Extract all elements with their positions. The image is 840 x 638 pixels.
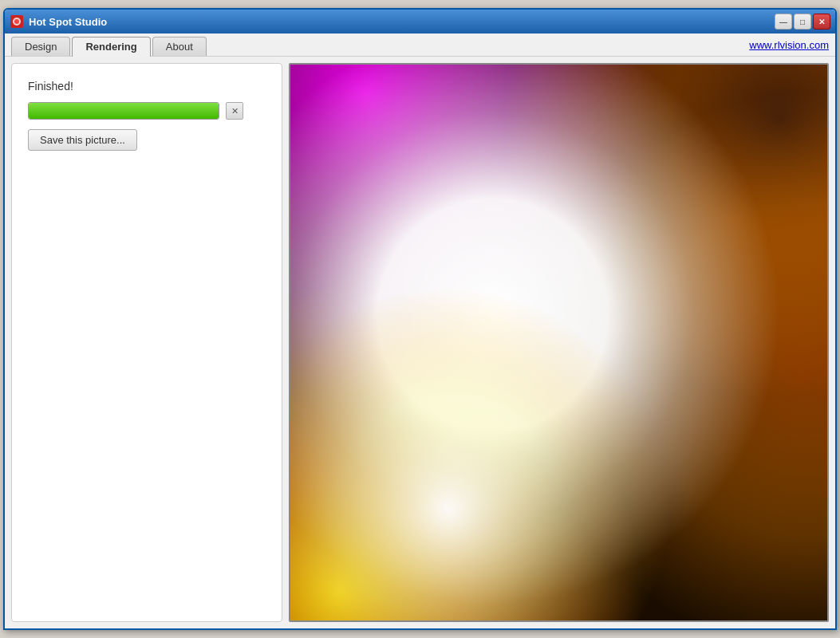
left-panel: Finished! ✕ Save this picture... xyxy=(11,63,282,622)
tab-design[interactable]: Design xyxy=(11,37,70,56)
title-buttons: — □ ✕ xyxy=(775,14,830,30)
cancel-button[interactable]: ✕ xyxy=(226,102,243,120)
progress-bar-container xyxy=(28,102,219,120)
hotspot-canvas xyxy=(290,65,827,620)
title-bar: Hot Spot Studio — □ ✕ xyxy=(5,10,835,33)
svg-rect-9 xyxy=(290,65,827,620)
tab-bar: Design Rendering About xyxy=(11,37,207,56)
save-picture-button[interactable]: Save this picture... xyxy=(28,129,137,151)
title-bar-left: Hot Spot Studio xyxy=(10,14,107,29)
content-area: Finished! ✕ Save this picture... xyxy=(5,57,835,628)
tab-about[interactable]: About xyxy=(152,37,207,56)
menu-bar: Design Rendering About www.rlvision.com xyxy=(5,33,835,57)
main-window: Hot Spot Studio — □ ✕ Design Rendering A… xyxy=(3,8,837,630)
svg-point-2 xyxy=(14,19,19,24)
progress-row: ✕ xyxy=(28,102,266,120)
close-button[interactable]: ✕ xyxy=(813,14,830,30)
website-link[interactable]: www.rlvision.com xyxy=(749,39,829,56)
maximize-button[interactable]: □ xyxy=(794,14,811,30)
render-preview xyxy=(289,63,829,622)
app-icon xyxy=(10,14,24,29)
status-label: Finished! xyxy=(28,80,266,93)
minimize-button[interactable]: — xyxy=(775,14,792,30)
progress-bar-fill xyxy=(29,103,219,119)
tab-rendering[interactable]: Rendering xyxy=(72,37,150,57)
render-svg xyxy=(290,65,827,620)
window-title: Hot Spot Studio xyxy=(29,16,107,28)
